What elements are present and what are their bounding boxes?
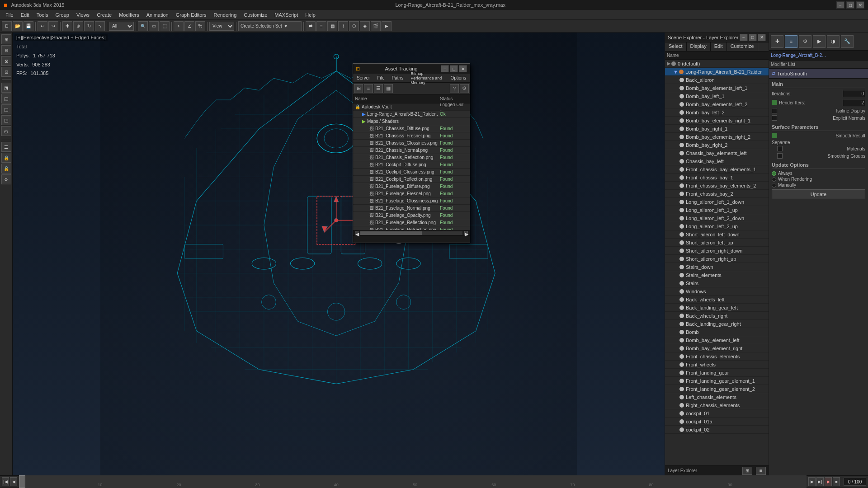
tl-next-key[interactable]: ▶|: [816, 477, 824, 486]
manually-radio[interactable]: [772, 183, 776, 188]
mod-tab-modify[interactable]: ≡: [785, 35, 797, 48]
asset-row-3[interactable]: 🖼B21_Chassis_Normal.pngFound: [353, 147, 470, 154]
scene-item-front-chassis-1[interactable]: Front_chassis_bay_1: [665, 174, 769, 182]
mod-tab-motion[interactable]: ▶: [813, 35, 826, 48]
minimize-button[interactable]: −: [836, 1, 844, 9]
timeline-track[interactable]: 0 10 20 30 40 50 60 70 80 90: [19, 475, 807, 488]
left-tb-11[interactable]: 🔒: [1, 153, 11, 163]
turbosmooth-modifier[interactable]: ⧉ TurboSmooth: [769, 69, 868, 79]
menu-modifiers[interactable]: Modifiers: [115, 11, 143, 19]
scene-menu-display[interactable]: Display: [687, 42, 711, 51]
close-button[interactable]: ✕: [856, 1, 864, 9]
asset-row-9[interactable]: 🖼B21_Fuselage_Fresnel.pngFound: [353, 190, 470, 197]
asset-menu-bitmap[interactable]: Bitmap Performance and Memory: [407, 70, 447, 86]
asset-row-10[interactable]: 🖼B21_Fuselage_Glossiness.pngFound: [353, 197, 470, 205]
smooth-result-checkbox[interactable]: [772, 133, 777, 138]
menu-tools[interactable]: Tools: [33, 11, 52, 19]
scene-item-bomb-bay-l1[interactable]: Bomb_bay_left_1: [665, 92, 769, 100]
scene-exp-close[interactable]: ✕: [758, 34, 766, 41]
move-button[interactable]: ⊕: [73, 21, 83, 31]
dropdown-arrow-icon[interactable]: ▼: [284, 24, 288, 28]
menu-customize[interactable]: Customize: [240, 11, 271, 19]
render-setup-button[interactable]: 🎬: [371, 21, 381, 31]
scene-item-cockpit02[interactable]: cockpit_02: [665, 426, 769, 434]
scene-item-front-chassis-2[interactable]: Front_chassis_bay_2: [665, 190, 769, 198]
scene-item-bomb-bay-el-r2[interactable]: Bomb_bay_elements_right_2: [665, 133, 769, 141]
scene-menu-select[interactable]: Select: [665, 42, 687, 51]
scene-item-stairs[interactable]: Stairs: [665, 279, 769, 287]
scene-item-back-aileron[interactable]: Back_aileron: [665, 76, 769, 84]
left-tb-10[interactable]: ☰: [1, 142, 11, 152]
isoline-checkbox[interactable]: [772, 108, 777, 113]
asset-row-2[interactable]: 🖼B21_Chassiss_Glossiness.pngFound: [353, 140, 470, 147]
rect-select-button[interactable]: ▭: [149, 21, 159, 31]
view-dropdown[interactable]: View: [209, 22, 234, 31]
scene-item-front-chassis-el[interactable]: Front_chassis_elements: [665, 352, 769, 361]
scene-item-bomb-bay-r1[interactable]: Bomb_bay_right_1: [665, 125, 769, 133]
scene-exp-maximize[interactable]: □: [749, 34, 757, 41]
redo-button[interactable]: ↪: [48, 21, 58, 31]
tl-play[interactable]: ▶: [825, 477, 832, 486]
asset-menu-options[interactable]: Options: [447, 75, 470, 81]
asset-tb-btn4[interactable]: ▦: [384, 84, 393, 93]
asset-hscroll-thumb[interactable]: [360, 231, 422, 235]
align-button[interactable]: ≡: [316, 21, 326, 31]
asset-row-maps-folder[interactable]: ▶ Maps / Shaders: [353, 118, 470, 125]
window-crossing-button[interactable]: ⬚: [160, 21, 170, 31]
render-iters-input[interactable]: [843, 99, 865, 106]
scene-item-long-ail-l2u[interactable]: Long_aileron_left_2_up: [665, 222, 769, 230]
select-button[interactable]: ✚: [62, 21, 72, 31]
scene-item-windows[interactable]: Windows: [665, 287, 769, 296]
mod-tab-create[interactable]: ✚: [771, 35, 783, 48]
scene-menu-edit[interactable]: Edit: [711, 42, 727, 51]
scene-item-back-wheels-l[interactable]: Back_wheels_left: [665, 296, 769, 304]
menu-views[interactable]: Views: [73, 11, 93, 19]
menu-edit[interactable]: Edit: [17, 11, 33, 19]
asset-tb-settings[interactable]: ⚙: [460, 84, 469, 93]
asset-row-0[interactable]: 🖼B21_Chassiss_Diffuse.pngFound: [353, 125, 470, 132]
scene-item-bomb-bay-el-l1[interactable]: Bomb_bay_elements_left_1: [665, 84, 769, 92]
mirror-button[interactable]: ⇌: [306, 21, 316, 31]
timeline-playhead[interactable]: [19, 475, 25, 488]
scene-exp-minimize[interactable]: −: [740, 34, 748, 41]
left-tb-3[interactable]: ⊠: [1, 56, 11, 66]
left-tb-9[interactable]: ◴: [1, 126, 11, 136]
asset-resize-btn[interactable]: □: [450, 65, 458, 72]
left-tb-2[interactable]: ⊟: [1, 45, 11, 55]
asset-hscroll[interactable]: ◀ ▶: [353, 230, 470, 235]
asset-close-btn[interactable]: ✕: [459, 65, 467, 72]
menu-create[interactable]: Create: [93, 11, 115, 19]
render-iters-checkbox[interactable]: [772, 100, 777, 105]
scene-item-aircraft[interactable]: ▼ Long-Range_Aircraft_B-21_Raider: [665, 68, 769, 76]
asset-menu-paths[interactable]: Paths: [388, 75, 407, 81]
scene-item-bomb-bay-el-r1[interactable]: Bomb_bay_elements_right_1: [665, 117, 769, 125]
rotate-button[interactable]: ↻: [84, 21, 94, 31]
angle-snap-button[interactable]: ∠: [184, 21, 194, 31]
curve-editor-button[interactable]: ⌇: [338, 21, 348, 31]
asset-row-main-file[interactable]: ▶ Long-Range_Aircraft-B-21_Raider... Ok: [353, 111, 470, 118]
asset-tb-btn2[interactable]: ≡: [364, 84, 373, 93]
asset-menu-file[interactable]: File: [373, 75, 388, 81]
save-file-button[interactable]: 💾: [24, 21, 33, 31]
update-button[interactable]: Update: [772, 189, 865, 199]
undo-button[interactable]: ↩: [38, 21, 47, 31]
asset-hscroll-right[interactable]: ▶: [464, 231, 468, 235]
asset-row-1[interactable]: 🖼B21_Chassiss_Fresnel.pngFound: [353, 132, 470, 140]
asset-row-12[interactable]: 🖼B21_Fuselage_Opacity.pngFound: [353, 212, 470, 219]
scene-item-short-ail-ru[interactable]: Short_aileron_right_up: [665, 255, 769, 263]
new-file-button[interactable]: 🗋: [2, 21, 12, 31]
asset-row-6[interactable]: 🖼B21_Cockpit_Glossiness.pngFound: [353, 169, 470, 176]
maximize-button[interactable]: □: [846, 1, 854, 9]
left-tb-13[interactable]: ⚙: [1, 174, 11, 184]
scene-item-short-ail-lu[interactable]: Short_aileron_left_up: [665, 239, 769, 247]
scene-item-back-lg-l[interactable]: Back_landing_gear_left: [665, 304, 769, 312]
menu-help[interactable]: Help: [302, 11, 319, 19]
asset-row-5[interactable]: 🖼B21_Cockpit_Diffuse.pngFound: [353, 161, 470, 169]
asset-row-7[interactable]: 🖼B21_Cockpit_Reflection.pngFound: [353, 176, 470, 183]
scene-item-back-lg-r[interactable]: Back_landing_gear_right: [665, 320, 769, 328]
scene-item-bomb[interactable]: Bomb: [665, 328, 769, 336]
left-tb-4[interactable]: ⊡: [1, 67, 11, 77]
menu-animation[interactable]: Animation: [143, 11, 172, 19]
tl-prev-key[interactable]: |◀: [2, 477, 9, 486]
left-tb-6[interactable]: ◱: [1, 94, 11, 103]
